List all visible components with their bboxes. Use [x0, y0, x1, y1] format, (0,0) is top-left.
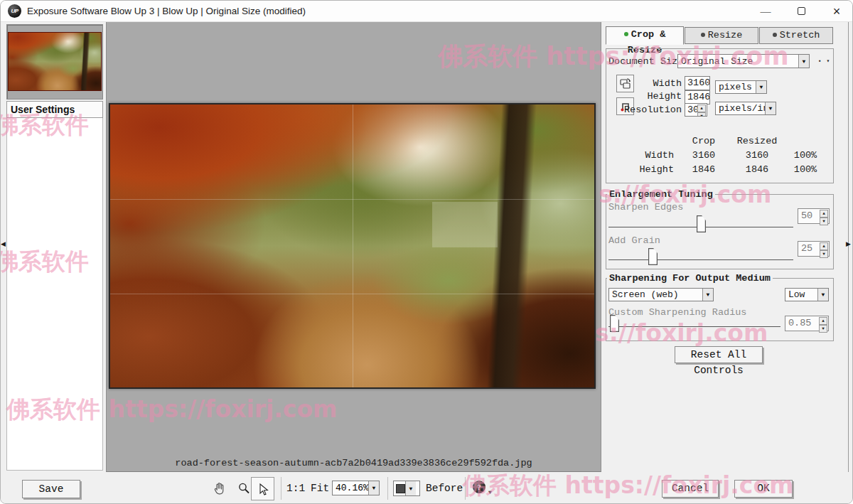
- toolbar-separator: [465, 477, 466, 500]
- document-size-label: Document Size: [608, 56, 683, 67]
- height-input[interactable]: 1846: [685, 90, 710, 104]
- sharpening-level-value: Low: [785, 289, 817, 300]
- chevron-down-icon: ▼: [817, 289, 828, 301]
- sharpen-spinner[interactable]: ▲▼: [820, 210, 828, 222]
- zoom-fit-button[interactable]: Fit: [311, 472, 329, 504]
- window-title: Exposure Software Blow Up 3 | Blow Up | …: [27, 1, 306, 22]
- app-window: UP Exposure Software Blow Up 3 | Blow Up…: [0, 0, 853, 504]
- preview-image[interactable]: [109, 103, 596, 389]
- add-grain-slider[interactable]: [608, 248, 793, 267]
- width-label: Width: [637, 78, 682, 89]
- photo-watermark-rect: [432, 202, 498, 247]
- help-menu-caret[interactable]: ▼: [488, 489, 492, 495]
- tab-dot: [701, 33, 705, 37]
- tab-stretch[interactable]: Stretch: [759, 27, 833, 44]
- resolution-label: Resolution: [621, 104, 682, 115]
- minimize-button[interactable]: —: [751, 1, 780, 22]
- preset-list[interactable]: [6, 118, 103, 471]
- chevron-down-icon: ▼: [405, 481, 416, 495]
- cancel-button[interactable]: Cancel: [662, 480, 719, 498]
- output-medium-value: Screen (web): [609, 289, 702, 300]
- spin-down-icon[interactable]: ▼: [697, 112, 706, 117]
- custom-radius-value[interactable]: 0.85 ▲▼: [785, 316, 829, 331]
- radius-spinner[interactable]: ▲▼: [819, 317, 827, 330]
- preset-menu-button[interactable]: ▪ ▾: [818, 58, 831, 66]
- user-settings-header[interactable]: User Settings: [6, 101, 103, 118]
- slider-handle[interactable]: [697, 215, 706, 232]
- resolution-units-value: pixels/in: [716, 103, 765, 114]
- table-row: Width 3160 3160 100%: [630, 149, 826, 163]
- spin-up-icon[interactable]: ▲: [697, 104, 706, 112]
- zoom-level-dropdown[interactable]: 40.16% ▼: [332, 481, 380, 495]
- output-sharpening-title: Sharpening For Output Medium: [607, 273, 773, 284]
- slider-handle[interactable]: [610, 315, 619, 332]
- chevron-down-icon: ▼: [368, 481, 379, 495]
- hand-icon: [213, 481, 227, 495]
- sharpening-level-dropdown[interactable]: Low ▼: [785, 288, 829, 301]
- collapse-right-arrow[interactable]: ▶: [846, 240, 851, 247]
- magnifier-icon: [237, 481, 251, 495]
- slider-track: [608, 326, 780, 327]
- maximize-icon: [798, 7, 805, 15]
- before-toggle[interactable]: Before: [426, 472, 463, 504]
- tab-crop-resize[interactable]: Crop & Resize: [606, 26, 684, 45]
- resolution-input[interactable]: 300 ▲▼: [685, 103, 707, 117]
- image-filename: road-forest-season-autumn-acb7a2b0419ad3…: [107, 458, 601, 468]
- collapse-left-arrow[interactable]: ◀: [1, 240, 6, 247]
- tab-label: Stretch: [780, 30, 820, 41]
- chevron-down-icon: ▼: [765, 102, 776, 114]
- pan-tool-button[interactable]: [211, 480, 228, 497]
- add-grain-label: Add Grain: [608, 235, 660, 246]
- col-resized: Resized: [729, 134, 785, 149]
- slider-track: [608, 259, 793, 260]
- resolution-spinner[interactable]: ▲▼: [697, 104, 706, 115]
- grain-spinner[interactable]: ▲▼: [820, 242, 828, 255]
- save-button[interactable]: Save: [22, 480, 80, 498]
- sharpen-edges-value[interactable]: 50 ▲▼: [798, 208, 830, 224]
- tab-resize[interactable]: Resize: [685, 27, 758, 44]
- custom-radius-slider[interactable]: [608, 315, 780, 333]
- chevron-down-icon: ▼: [798, 55, 809, 68]
- title-bar: UP Exposure Software Blow Up 3 | Blow Up…: [1, 1, 853, 22]
- app-icon: UP: [8, 4, 21, 18]
- ok-button[interactable]: OK: [734, 480, 793, 498]
- table-row: Height 1846 1846 100%: [630, 163, 826, 177]
- height-label: Height: [637, 91, 682, 102]
- zoom-level-value: 40.16%: [333, 483, 368, 493]
- units-value: pixels: [716, 82, 756, 92]
- width-input[interactable]: 3160: [685, 76, 710, 90]
- help-button[interactable]: ?: [473, 481, 485, 493]
- chevron-down-icon: ▼: [702, 289, 713, 301]
- output-medium-dropdown[interactable]: Screen (web) ▼: [608, 288, 714, 301]
- add-grain-value[interactable]: 25 ▲▼: [798, 241, 830, 257]
- bottom-bar: Save 1:1 Fit 40.16% ▼ ▼: [1, 472, 853, 504]
- col-crop: Crop: [678, 134, 729, 149]
- reset-all-controls-button[interactable]: Reset All Controls: [675, 346, 763, 363]
- tab-label: Resize: [708, 30, 743, 41]
- maximize-button[interactable]: [787, 1, 815, 22]
- preset-sidebar: User Settings: [4, 24, 106, 472]
- settings-panel: Crop & Resize Resize Stretch Document Si…: [601, 22, 849, 472]
- toolbar-separator: [387, 477, 388, 500]
- crop-resized-table: Crop Resized Width 3160 3160 100% Height…: [630, 134, 826, 177]
- table-header-row: Crop Resized: [630, 134, 826, 149]
- cursor-tool-button[interactable]: [251, 477, 274, 500]
- toolbar-separator: [281, 477, 281, 500]
- slider-handle[interactable]: [648, 248, 658, 265]
- units-dropdown[interactable]: pixels ▼: [715, 80, 767, 94]
- thumbnail-box: [6, 24, 103, 100]
- enlargement-tuning-title: Enlargement Tuning: [607, 189, 715, 200]
- rotate-orientation-button[interactable]: [616, 75, 634, 92]
- tab-active-dot: [624, 32, 628, 36]
- image-thumbnail[interactable]: [8, 32, 102, 91]
- resolution-units-dropdown[interactable]: pixels/in ▼: [715, 102, 776, 115]
- tile-grid: [110, 104, 594, 387]
- sharpen-edges-slider[interactable]: [608, 215, 793, 234]
- preview-canvas: road-forest-season-autumn-acb7a2b0419ad3…: [106, 22, 601, 472]
- zoom-1to1-button[interactable]: 1:1: [286, 472, 305, 504]
- document-preset-dropdown[interactable]: Original Size ▼: [677, 54, 810, 68]
- zoom-tool-button[interactable]: [235, 480, 252, 497]
- chevron-down-icon: ▼: [756, 81, 766, 93]
- close-button[interactable]: ×: [822, 1, 851, 22]
- background-color-dropdown[interactable]: ▼: [393, 481, 420, 496]
